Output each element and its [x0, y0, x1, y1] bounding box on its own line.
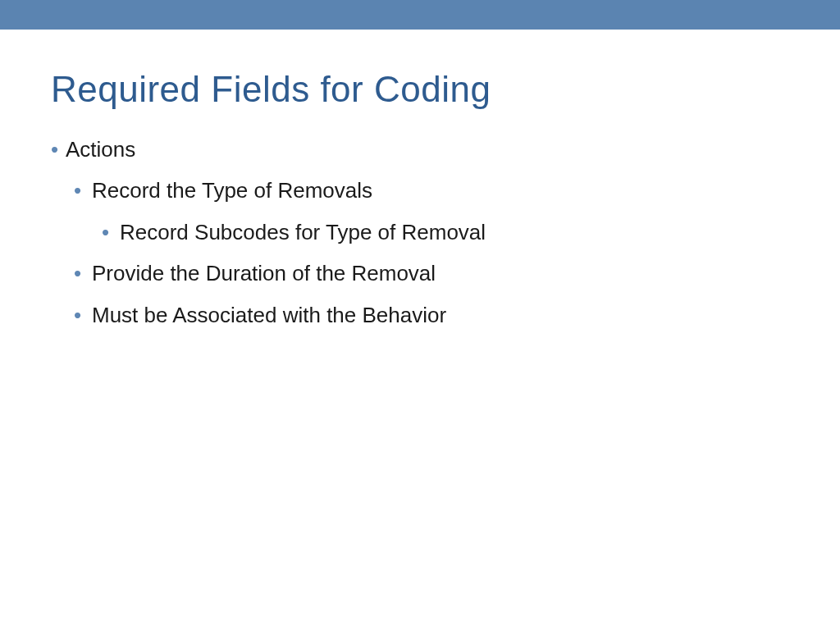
- bullet-text: Provide the Duration of the Removal: [92, 261, 436, 285]
- bullet-level-2: Record the Type of Removals: [74, 176, 789, 205]
- bullet-text: Record the Type of Removals: [92, 178, 372, 203]
- bullet-level-2: Provide the Duration of the Removal: [74, 258, 789, 288]
- bullet-text: Record Subcodes for Type of Removal: [120, 220, 486, 244]
- bullet-level-2: Must be Associated with the Behavior: [74, 300, 789, 330]
- slide-title: Required Fields for Coding: [51, 69, 789, 110]
- bullet-level-1: Actions: [51, 135, 789, 164]
- bullet-level-3: Record Subcodes for Type of Removal: [102, 217, 789, 247]
- slide-top-bar: [0, 0, 840, 30]
- bullet-text: Actions: [66, 137, 135, 162]
- bullet-text: Must be Associated with the Behavior: [92, 303, 446, 327]
- slide-content: Required Fields for Coding Actions Recor…: [0, 30, 840, 330]
